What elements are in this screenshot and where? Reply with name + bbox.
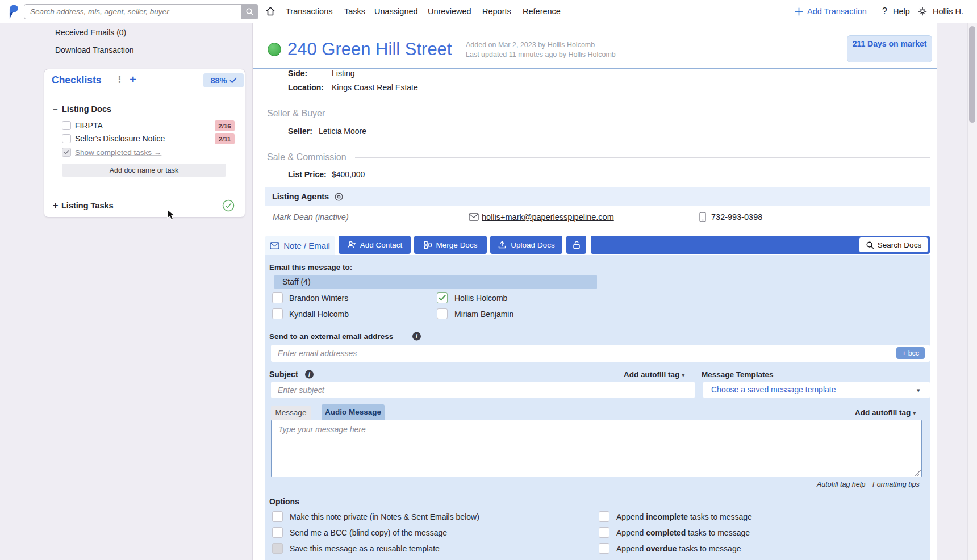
section-divider	[336, 114, 930, 114]
unlock-icon	[572, 240, 581, 249]
recipient-checkbox[interactable]	[437, 308, 448, 319]
lock-button[interactable]	[566, 236, 586, 254]
nav-reports[interactable]: Reports	[482, 7, 511, 16]
sidebar-link-download-transaction[interactable]: Download Transaction	[55, 45, 134, 55]
message-template-select[interactable]: Choose a saved message template ▾	[703, 382, 930, 398]
checklists-title: Checklists	[52, 74, 102, 86]
home-icon[interactable]	[265, 6, 276, 17]
subject-input[interactable]	[271, 382, 695, 398]
checkbox-firpta[interactable]	[62, 121, 71, 130]
status-dot	[268, 43, 281, 56]
merge-docs-button[interactable]: Merge Docs	[414, 236, 487, 254]
textarea-resize-handle[interactable]	[915, 470, 921, 476]
app-logo[interactable]	[6, 3, 20, 20]
option-checkbox-append-incomplete[interactable]	[599, 511, 609, 522]
message-textarea[interactable]	[271, 420, 922, 477]
group-complete-check-icon	[222, 199, 235, 212]
recipient-name: Hollis Holcomb	[454, 294, 507, 303]
formatting-tips-link[interactable]: Formatting tips	[872, 480, 920, 488]
nav-tasks[interactable]: Tasks	[344, 7, 365, 16]
merge-docs-icon	[424, 241, 432, 249]
recipient-name: Kyndall Holcomb	[289, 310, 349, 319]
checklist-item-label[interactable]: Seller's Disclosure Notice	[75, 134, 165, 143]
checkbox-sellers-disclosure[interactable]	[62, 134, 71, 143]
options-title: Options	[269, 497, 299, 506]
option-label: Save this message as a reusable template	[290, 544, 440, 553]
visibility-eye-icon[interactable]	[334, 192, 344, 202]
group-collapse-icon[interactable]: −	[53, 105, 58, 114]
add-autofill-tag-label: Add autofill tag	[624, 370, 679, 379]
recipient-checkbox-checked[interactable]	[437, 292, 448, 303]
option-text-bold: completed	[646, 528, 686, 537]
recipient-checkbox[interactable]	[272, 308, 283, 319]
staff-group-label: Staff (4)	[282, 277, 311, 286]
add-contact-button[interactable]: Add Contact	[339, 236, 411, 254]
kebab-menu-icon[interactable]: ⋮	[115, 74, 124, 85]
days-on-market-badge: 211 Days on market	[847, 35, 932, 62]
sidebar-link-received-emails[interactable]: Received Emails (0)	[55, 28, 126, 37]
option-checkbox-append-overdue[interactable]	[599, 543, 609, 554]
chevron-down-icon: ▾	[917, 387, 920, 394]
chevron-down-icon: ▾	[913, 409, 916, 416]
option-checkbox-bcc-me[interactable]	[272, 527, 283, 538]
info-icon[interactable]: i	[305, 370, 314, 379]
help-link[interactable]: Help	[893, 7, 910, 16]
external-email-input[interactable]	[271, 345, 930, 362]
option-checkbox-private[interactable]	[272, 511, 283, 522]
added-meta: Added on Mar 2, 2023 by Hollis Holcomb	[466, 41, 595, 49]
nav-transactions[interactable]: Transactions	[286, 7, 332, 16]
checkbox-show-completed[interactable]	[62, 148, 71, 157]
bcc-badge[interactable]: + bcc	[896, 347, 925, 359]
search-button[interactable]	[241, 5, 258, 19]
help-icon: ?	[882, 6, 887, 16]
agent-name: Mark Dean (inactive)	[273, 212, 349, 222]
nav-unreviewed[interactable]: Unreviewed	[428, 7, 471, 16]
recipient-checkbox[interactable]	[272, 292, 283, 303]
progress-value: 88%	[210, 76, 227, 85]
listing-tasks-group[interactable]: Listing Tasks	[61, 201, 114, 210]
global-search-input[interactable]	[24, 5, 241, 19]
global-search	[24, 4, 258, 19]
tab-message[interactable]: Message	[271, 406, 311, 420]
checklist-group-title[interactable]: Listing Docs	[62, 105, 111, 114]
add-autofill-tag-dropdown[interactable]: Add autofill tag ▾	[855, 408, 916, 417]
option-checkbox-save-template[interactable]	[272, 543, 283, 554]
note-email-tab[interactable]: Note / Email	[265, 236, 335, 255]
option-text: tasks to message	[677, 544, 741, 553]
tab-audio-message[interactable]: Audio Message	[322, 404, 385, 420]
agent-email-link[interactable]: hollis+mark@paperlesspipeline.com	[482, 212, 614, 222]
checklist-item-label[interactable]: FIRPTA	[75, 121, 103, 130]
add-checklist-icon[interactable]: +	[130, 73, 136, 86]
staff-group-bar[interactable]: Staff (4)	[274, 275, 597, 289]
nav-unassigned[interactable]: Unassigned	[374, 7, 418, 16]
search-docs-button[interactable]: Search Docs	[859, 237, 928, 252]
add-transaction-button[interactable]: Add Transaction	[807, 7, 867, 16]
option-text: Append	[616, 544, 646, 553]
show-completed-link[interactable]: Show completed tasks →	[75, 148, 161, 157]
user-menu[interactable]: Hollis H.	[933, 7, 963, 16]
option-label: Append incomplete tasks to message	[616, 512, 752, 521]
updated-meta: Last updated 11 minutes ago by Hollis Ho…	[466, 51, 616, 58]
listing-tasks-plus-icon[interactable]: +	[53, 200, 58, 211]
option-text-bold: overdue	[646, 544, 677, 553]
phone-icon	[699, 212, 706, 222]
subject-label: Subject	[269, 370, 298, 379]
add-doc-button[interactable]: Add doc name or task	[62, 164, 226, 177]
search-docs-magnifier-icon	[866, 241, 874, 249]
add-autofill-tag-dropdown[interactable]: Add autofill tag ▾	[624, 370, 685, 379]
mouse-cursor	[167, 209, 176, 222]
option-text: tasks to message	[686, 528, 750, 537]
option-checkbox-append-completed[interactable]	[599, 527, 609, 538]
external-email-label: Send to an external email address	[269, 332, 393, 341]
note-email-envelope-icon	[270, 242, 279, 249]
recipient-name: Brandon Winters	[289, 294, 348, 303]
scrollbar-thumb[interactable]	[969, 26, 975, 123]
option-text-bold: incomplete	[646, 512, 688, 521]
info-icon[interactable]: i	[412, 332, 421, 341]
autofill-tag-help-link[interactable]: Autofill tag help	[817, 480, 865, 488]
option-label: Append overdue tasks to message	[616, 544, 741, 553]
upload-docs-button[interactable]: Upload Docs	[490, 236, 562, 254]
gear-icon[interactable]	[917, 6, 928, 16]
nav-reference[interactable]: Reference	[523, 7, 561, 16]
property-address-title[interactable]: 240 Green Hill Street	[287, 39, 452, 60]
